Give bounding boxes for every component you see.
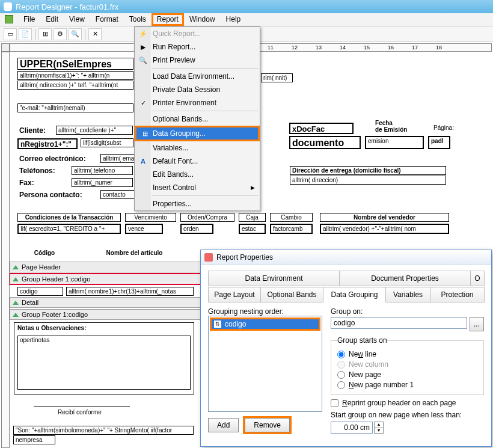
field-opertinotas[interactable]: opertinotas — [17, 336, 191, 390]
field-fiscal[interactable]: alltrim(nnomfiscal1)+": "+ alltrim(n — [17, 71, 133, 80]
field-vendedor[interactable]: alltrim( vendedor) +"-"+alltrim( nom — [320, 224, 449, 234]
field-son[interactable]: "Son: "+alltrim(simbolomoneda)+" "+ Stri… — [13, 426, 194, 435]
field-iifdigit[interactable]: iif(isdigit(subst — [81, 138, 133, 147]
field-codcliente[interactable]: alltrim(_codcliente )+" — [56, 126, 133, 135]
menu-tools[interactable]: Tools — [124, 13, 152, 26]
label-direntrega: Dirección de entrega (domicilio fiscal) — [290, 166, 446, 175]
tool-grouping[interactable]: ⊞ — [38, 28, 52, 40]
font-icon: A — [138, 156, 148, 166]
menu-view[interactable]: View — [64, 13, 90, 26]
menu-window[interactable]: Window — [184, 13, 221, 26]
radio-new-line[interactable]: New line — [337, 350, 477, 358]
drag-grip-icon[interactable]: ⇅ — [214, 321, 221, 328]
field-orden[interactable]: orden — [180, 224, 213, 234]
menu-optional-bands[interactable]: Optional Bands... — [135, 112, 260, 126]
field-telefono[interactable]: alltrim( telefono — [72, 166, 133, 175]
field-padl[interactable]: padl — [428, 136, 450, 149]
tab-variables[interactable]: Variables — [385, 287, 430, 302]
label-caja: Caja — [239, 213, 266, 222]
menu-report[interactable]: Report — [152, 13, 184, 26]
radio-new-page[interactable]: New page — [337, 370, 477, 379]
menu-properties[interactable]: Properties... — [135, 197, 260, 210]
signature-line — [34, 407, 130, 407]
tool-open[interactable]: 📄 — [19, 28, 32, 40]
tool-properties[interactable]: ⚙ — [54, 28, 67, 40]
window-titlebar: Report Designer - factur01.frx — [0, 0, 493, 13]
radio-new-page-num[interactable]: New page number 1 — [337, 381, 477, 389]
field-rimnit[interactable]: rim( nnit) — [261, 73, 293, 82]
menu-variables[interactable]: Variables... — [135, 141, 260, 155]
tool-close[interactable]: ✕ — [88, 28, 102, 40]
check-reprint-header[interactable]: Reprint group header on each page — [331, 399, 484, 407]
preview-icon: 🔍 — [138, 55, 148, 65]
tab-data-environment[interactable]: Data Environment — [208, 271, 340, 286]
menu-data-grouping[interactable]: ⊞Data Grouping... — [135, 126, 260, 141]
menu-quick-report[interactable]: ⚡Quick Report... — [135, 27, 260, 40]
dialog-title: Report Properties — [216, 253, 273, 262]
field-upper[interactable]: UPPER(nSelEmpres — [17, 58, 133, 70]
label-cliente: Cliente: — [17, 126, 54, 135]
menu-default-font[interactable]: ADefault Font... — [135, 155, 260, 168]
expression-builder-button[interactable]: ... — [470, 317, 484, 331]
menu-insert-control[interactable]: Insert Control▶ — [135, 181, 260, 194]
app-icon — [4, 2, 12, 11]
menu-private-data-session[interactable]: Private Data Session — [135, 83, 260, 96]
dialog-icon — [204, 253, 213, 262]
check-icon: ✓ — [138, 98, 148, 108]
menu-edit-bands[interactable]: Edit Bands... — [135, 168, 260, 181]
menu-load-data-env[interactable]: Load Data Environment... — [135, 70, 260, 83]
menu-file[interactable]: File — [18, 13, 40, 26]
tab-other[interactable]: O — [470, 271, 485, 286]
grouping-icon: ⊞ — [140, 129, 150, 138]
spinner-up-icon[interactable]: ▲ — [375, 422, 383, 428]
label-codigo-hdr: Código — [17, 249, 72, 257]
add-button[interactable]: Add — [208, 418, 239, 432]
tab-optional-bands[interactable]: Optional Bands — [260, 287, 323, 302]
field-nombre1[interactable]: alltrim( nombre1)+chr(13)+alltrim(_notas — [66, 287, 194, 296]
tab-protection[interactable]: Protection — [430, 287, 485, 302]
remove-button[interactable]: Remove — [245, 418, 290, 432]
field-direccion2[interactable]: alltrim( direccion) — [290, 176, 446, 185]
spinner-down-icon[interactable]: ▼ — [375, 428, 383, 434]
dialog-titlebar[interactable]: Report Properties — [201, 250, 491, 265]
menu-printer-env[interactable]: ✓Printer Environment — [135, 96, 260, 109]
field-vence[interactable]: vence — [125, 224, 163, 234]
label-recibi: Recibí conforme — [58, 409, 102, 416]
tool-new[interactable]: ▭ — [4, 28, 17, 40]
radio-new-column: New column — [337, 360, 477, 369]
ruler-corner — [1, 43, 10, 52]
field-credito[interactable]: Iif( escredito=1, "CREDITO a "+ — [17, 224, 121, 234]
start-group-input[interactable] — [331, 422, 373, 434]
tab-document-properties[interactable]: Document Properties — [339, 271, 471, 286]
field-email[interactable]: "e-mail: "+alltrim(nemail) — [17, 103, 133, 112]
report-properties-dialog: Report Properties Data Environment Docum… — [200, 250, 492, 447]
grouping-list[interactable]: ⇅ codigo — [208, 316, 322, 412]
field-emision[interactable]: emision — [365, 136, 424, 149]
menu-format[interactable]: Format — [90, 13, 124, 26]
tab-page-layout[interactable]: Page Layout — [208, 287, 261, 302]
label-notas: Notas u Observaciones: — [17, 325, 86, 331]
field-xdocfac[interactable]: xDocFac — [289, 123, 354, 134]
label-condtrans: Condiciones de la Transacción — [17, 213, 121, 222]
field-factorcamb[interactable]: factorcamb — [270, 224, 313, 234]
field-nempresa[interactable]: nempresa — [13, 435, 55, 444]
group-on-input[interactable] — [331, 317, 467, 329]
menu-run-report[interactable]: ▶Run Report... — [135, 40, 260, 54]
window-title: Report Designer - factur01.frx — [16, 2, 118, 11]
menu-print-preview[interactable]: 🔍Print Preview — [135, 54, 260, 67]
tool-preview[interactable]: 🔍 — [69, 28, 82, 40]
grouping-item-codigo[interactable]: ⇅ codigo — [210, 318, 320, 331]
field-codigo[interactable]: codigo — [17, 287, 63, 296]
field-contacto[interactable]: contacto — [100, 190, 135, 199]
doc-icon — [5, 15, 13, 23]
tab-data-grouping[interactable]: Data Grouping — [323, 287, 386, 302]
submenu-arrow-icon: ▶ — [251, 185, 255, 191]
field-numero[interactable]: alltrim(_numer — [72, 178, 133, 187]
field-documento[interactable]: documento — [289, 136, 361, 149]
menu-help[interactable]: Help — [221, 13, 246, 26]
menu-edit[interactable]: Edit — [40, 13, 64, 26]
label-nombreart: Nombre del artículo — [76, 249, 193, 257]
field-nregistro[interactable]: nRegistro1+":" — [17, 138, 78, 149]
field-direccion[interactable]: alltrim( ndireccion )+" telf. "+alltrim(… — [17, 81, 133, 90]
field-estac[interactable]: estac — [239, 224, 266, 234]
